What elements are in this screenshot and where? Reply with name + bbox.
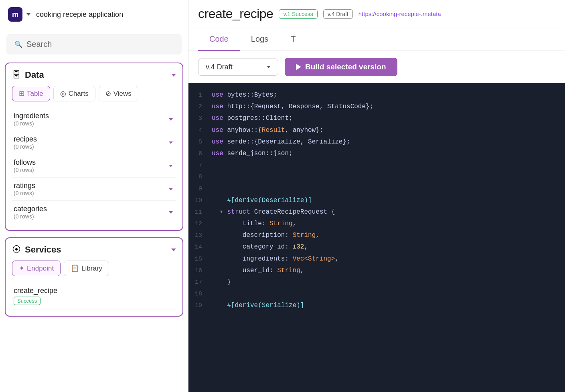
line-number: 19 — [188, 300, 210, 311]
line-content: description: String, — [210, 230, 320, 241]
line-content: use anyhow::{Result, anyhow}; — [210, 125, 323, 136]
code-token: ▾ — [212, 208, 227, 216]
tab-charts-label: Charts — [69, 90, 89, 98]
search-bar[interactable]: 🔍 Search — [6, 34, 182, 55]
item-name: recipes — [14, 135, 37, 143]
app-header: m cooking recepie application — [0, 0, 188, 29]
item-rows: (0 rows) — [14, 120, 49, 127]
tab-endpoint[interactable]: ✦ Endpoint — [12, 261, 61, 276]
line-number: 4 — [188, 125, 210, 136]
list-item[interactable]: follows (0 rows) — [12, 154, 176, 178]
line-number: 17 — [188, 277, 210, 288]
code-token: category_id: — [212, 243, 293, 251]
line-number: 13 — [188, 230, 210, 241]
services-tab-group: ✦ Endpoint 📋 Library — [12, 261, 176, 276]
line-content — [210, 184, 216, 194]
list-item[interactable]: ingredients (0 rows) — [12, 108, 176, 131]
tab-library[interactable]: 📋 Library — [64, 261, 109, 276]
tab-table[interactable]: ⊞ Table — [12, 86, 50, 101]
line-content: use postgres::Client; — [210, 113, 293, 124]
version-success-badge[interactable]: v.1 Success — [279, 9, 317, 19]
list-item[interactable]: categories (0 rows) — [12, 201, 176, 224]
code-token: } — [212, 279, 231, 286]
code-line: 16 user_id: String, — [188, 265, 565, 277]
services-section-dropdown-arrow[interactable] — [171, 249, 176, 251]
code-token: , — [316, 232, 320, 239]
code-token: description: — [212, 232, 293, 239]
code-token — [212, 197, 227, 204]
tab-charts[interactable]: ◎ Charts — [53, 86, 95, 101]
code-token — [212, 302, 227, 309]
code-toolbar: v.4 Draft Build selected version — [188, 51, 565, 83]
list-item[interactable]: recipes (0 rows) — [12, 131, 176, 154]
version-select[interactable]: v.4 Draft — [198, 59, 278, 76]
code-line: 17 } — [188, 277, 565, 288]
code-line: 18 — [188, 288, 565, 300]
line-number: 8 — [188, 172, 210, 182]
code-line: 14 category_id: i32, — [188, 241, 565, 253]
item-expand-arrow[interactable] — [169, 211, 173, 214]
data-section-dropdown-arrow[interactable] — [171, 74, 176, 77]
code-token: Result — [262, 127, 285, 134]
code-line: 4use anyhow::{Result, anyhow}; — [188, 125, 565, 136]
tab-views[interactable]: ⊘ Views — [99, 86, 138, 101]
tab-t[interactable]: T — [279, 28, 307, 51]
line-content: #[derive(Deserialize)] — [210, 195, 312, 206]
list-item[interactable]: ratings (0 rows) — [12, 178, 176, 201]
build-button[interactable]: Build selected version — [285, 58, 397, 76]
code-editor[interactable]: 1use bytes::Bytes;2use http::{Request, R… — [188, 83, 565, 392]
item-expand-arrow[interactable] — [169, 141, 173, 144]
code-token: anyhow::{ — [223, 127, 262, 134]
version-draft-badge[interactable]: v.4 Draft — [323, 9, 353, 19]
app-icon: m — [8, 7, 22, 22]
code-token: #[derive(Serialize)] — [227, 302, 304, 309]
code-token: use — [212, 115, 223, 122]
code-token: use — [212, 91, 223, 99]
item-expand-arrow[interactable] — [169, 188, 173, 190]
line-number: 18 — [188, 289, 210, 299]
code-line: 13 description: String, — [188, 230, 565, 241]
code-token: , — [335, 255, 339, 263]
code-line: 8 — [188, 171, 565, 183]
code-token: #[derive(Deserialize)] — [227, 197, 312, 204]
line-content: user_id: String, — [210, 265, 304, 276]
services-title-group: ⦿ Services — [12, 244, 61, 255]
item-expand-arrow[interactable] — [169, 165, 173, 167]
services-icon: ⦿ — [12, 244, 21, 255]
code-token: ingredients: — [212, 255, 293, 263]
services-list: create_recipe Success — [12, 283, 176, 309]
line-content — [210, 172, 216, 182]
play-icon — [296, 64, 301, 70]
service-list-item[interactable]: create_recipe Success — [12, 283, 176, 309]
select-dropdown-arrow — [267, 66, 271, 68]
code-token: use — [212, 127, 223, 134]
code-token: , — [293, 220, 297, 227]
line-content: category_id: i32, — [210, 242, 308, 253]
line-content: } — [210, 277, 231, 288]
tab-logs[interactable]: Logs — [240, 28, 279, 51]
main-link[interactable]: https://cooking-recepie-.metata — [358, 10, 441, 17]
views-icon: ⊘ — [105, 89, 111, 98]
data-tab-group: ⊞ Table ◎ Charts ⊘ Views — [12, 86, 176, 101]
line-number: 12 — [188, 218, 210, 229]
app-title: cooking recepie application — [36, 10, 123, 19]
services-section-header: ⦿ Services — [12, 244, 176, 255]
code-line: 10 #[derive(Deserialize)] — [188, 195, 565, 206]
data-item-info: recipes (0 rows) — [14, 135, 37, 150]
database-icon: 🗄 — [12, 70, 21, 80]
line-number: 5 — [188, 137, 210, 148]
item-name: categories — [14, 205, 47, 213]
data-title-group: 🗄 Data — [12, 70, 44, 80]
data-item-info: categories (0 rows) — [14, 205, 47, 220]
item-expand-arrow[interactable] — [169, 118, 173, 121]
line-number: 15 — [188, 254, 210, 265]
service-name: create_recipe — [14, 287, 174, 295]
code-line: 1use bytes::Bytes; — [188, 89, 565, 101]
line-content: use serde::{Deserialize, Serialize}; — [210, 137, 350, 148]
app-dropdown-arrow[interactable] — [26, 13, 30, 16]
tab-code[interactable]: Code — [198, 28, 240, 51]
data-item-info: ratings (0 rows) — [14, 182, 35, 196]
code-token: i32 — [293, 243, 304, 251]
line-content: title: String, — [210, 218, 296, 229]
line-number: 1 — [188, 90, 210, 101]
